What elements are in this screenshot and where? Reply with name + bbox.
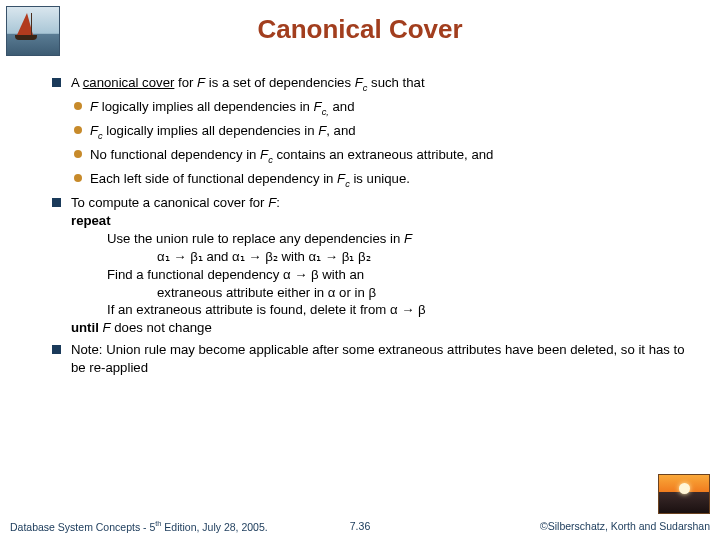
- sunset-icon: [679, 483, 690, 494]
- square-bullet-icon: [52, 78, 61, 87]
- bullet-text: A canonical cover for F is a set of depe…: [71, 74, 425, 94]
- slide-body: A canonical cover for F is a set of depe…: [52, 74, 700, 480]
- slide-footer: Database System Concepts - 5th Edition, …: [10, 519, 710, 533]
- bullet-text: Note: Union rule may become applicable a…: [71, 341, 700, 377]
- bullet-text: No functional dependency in Fc contains …: [90, 146, 493, 166]
- round-bullet-icon: [74, 126, 82, 134]
- slide-title: Canonical Cover: [0, 14, 720, 45]
- square-bullet-icon: [52, 198, 61, 207]
- bullet-level2: No functional dependency in Fc contains …: [74, 146, 700, 166]
- round-bullet-icon: [74, 150, 82, 158]
- bullet-level2: F logically implies all dependencies in …: [74, 98, 700, 118]
- round-bullet-icon: [74, 102, 82, 110]
- footer-center: 7.36: [10, 520, 710, 532]
- logo-bottom-right: [658, 474, 710, 514]
- bullet-level2: Fc logically implies all dependencies in…: [74, 122, 700, 142]
- bullet-level2: Each left side of functional dependency …: [74, 170, 700, 190]
- bullet-text: Each left side of functional dependency …: [90, 170, 410, 190]
- bullet-level1: A canonical cover for F is a set of depe…: [52, 74, 700, 94]
- round-bullet-icon: [74, 174, 82, 182]
- bullet-level1: Note: Union rule may become applicable a…: [52, 341, 700, 377]
- bullet-text: F logically implies all dependencies in …: [90, 98, 355, 118]
- square-bullet-icon: [52, 345, 61, 354]
- bullet-text: Fc logically implies all dependencies in…: [90, 122, 356, 142]
- bullet-text: To compute a canonical cover for F: repe…: [71, 194, 426, 337]
- bullet-level1: To compute a canonical cover for F: repe…: [52, 194, 700, 337]
